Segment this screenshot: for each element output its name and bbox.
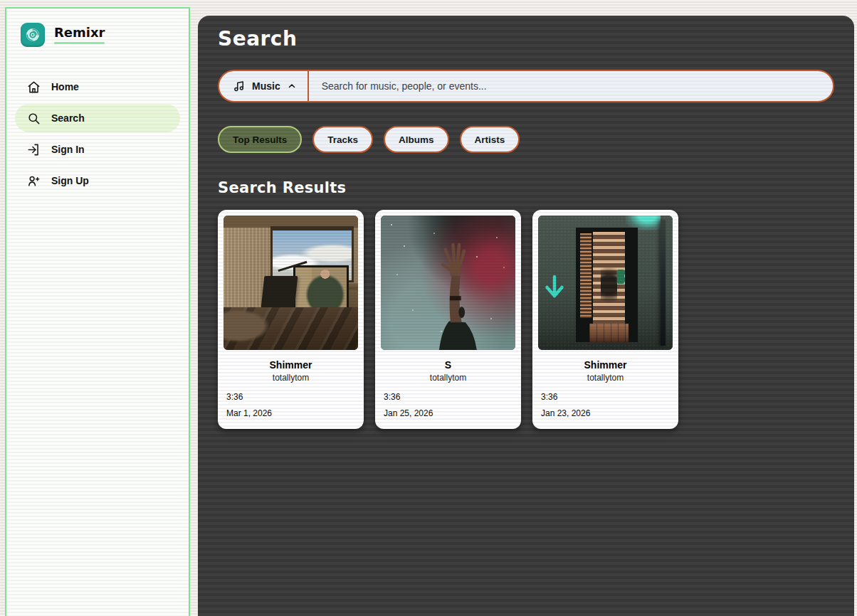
album-art-concert-hand — [381, 216, 515, 350]
results-grid: Shimmer totallytom 3:36 Mar 1, 2026 — [218, 210, 834, 429]
sidebar-item-label: Home — [51, 81, 79, 92]
track-duration: 3:36 — [226, 392, 355, 402]
sidebar-item-home[interactable]: Home — [15, 73, 180, 101]
track-duration: 3:36 — [384, 392, 512, 402]
sidebar-item-sign-up[interactable]: Sign Up — [15, 166, 180, 195]
page-title: Search — [218, 27, 834, 51]
track-date: Jan 25, 2026 — [384, 408, 512, 418]
app-brand[interactable]: Remixr — [21, 23, 105, 47]
sidebar-item-search[interactable]: Search — [15, 104, 180, 132]
filter-chip-albums[interactable]: Albums — [384, 126, 449, 153]
sidebar-item-sign-in[interactable]: Sign In — [15, 135, 180, 164]
track-artist: totallytom — [532, 373, 678, 383]
search-category-dropdown[interactable]: Music — [219, 71, 309, 101]
track-duration: 3:36 — [541, 392, 670, 402]
filter-chip-row: Top Results Tracks Albums Artists — [218, 126, 834, 153]
sign-up-icon — [27, 174, 41, 188]
search-bar: Music — [218, 70, 834, 102]
track-title: Shimmer — [532, 359, 678, 371]
home-icon — [27, 80, 41, 94]
sidebar-item-label: Sign In — [51, 144, 85, 155]
sign-in-icon — [27, 143, 41, 156]
album-art-corridor — [538, 216, 673, 350]
track-artist: totallytom — [218, 373, 364, 383]
search-category-label: Music — [252, 80, 280, 92]
brand-underline — [54, 42, 105, 44]
sidebar: Remixr Home Search — [5, 7, 190, 616]
filter-chip-top-results[interactable]: Top Results — [218, 126, 302, 153]
track-date: Jan 23, 2026 — [541, 408, 670, 418]
search-input[interactable] — [309, 71, 833, 101]
track-artist: totallytom — [375, 373, 521, 383]
main-panel: Search Music Top Results Tracks — [198, 16, 854, 616]
sidebar-item-label: Sign Up — [51, 175, 89, 186]
chevron-up-icon — [287, 81, 297, 91]
sidebar-item-label: Search — [51, 112, 85, 124]
result-card[interactable]: S totallytom 3:36 Jan 25, 2026 — [375, 210, 521, 429]
sidebar-nav: Home Search Sign In — [15, 73, 180, 195]
filter-chip-artists[interactable]: Artists — [460, 126, 520, 153]
album-art-bedroom-window — [224, 216, 358, 350]
search-icon — [27, 112, 41, 125]
results-heading: Search Results — [218, 179, 834, 196]
track-title: S — [375, 359, 521, 371]
app-title: Remixr — [54, 26, 105, 40]
app-brand-text: Remixr — [54, 26, 105, 44]
music-note-icon — [233, 80, 246, 92]
teal-arrow-graffiti — [544, 272, 565, 303]
app-window: Remixr Home Search — [0, 0, 857, 616]
filter-chip-tracks[interactable]: Tracks — [312, 126, 373, 153]
track-date: Mar 1, 2026 — [226, 408, 355, 418]
result-card[interactable]: Shimmer totallytom 3:36 Jan 23, 2026 — [532, 210, 678, 429]
track-title: Shimmer — [218, 359, 364, 371]
result-card[interactable]: Shimmer totallytom 3:36 Mar 1, 2026 — [218, 210, 364, 429]
app-logo-icon — [21, 23, 45, 47]
